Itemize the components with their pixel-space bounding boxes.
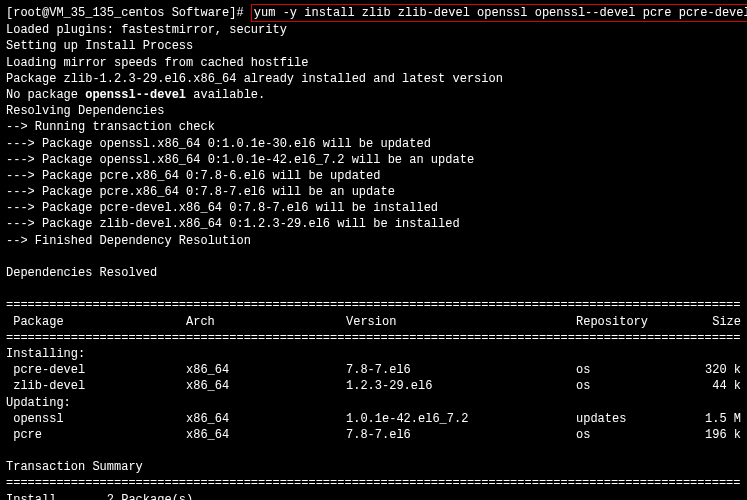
no-package-prefix: No package [6,88,85,102]
output-line: Loading mirror speeds from cached hostfi… [6,55,741,71]
cell-version: 7.8-7.el6 [346,427,576,443]
transaction-summary-title: Transaction Summary [6,459,741,475]
cell-repo: os [576,427,686,443]
dep-line: ---> Package pcre-devel.x86_64 0:7.8-7.e… [6,200,741,216]
dep-line: Dependencies Resolved [6,265,741,281]
cell-size: 44 k [686,378,741,394]
header-package: Package [6,314,186,330]
cell-arch: x86_64 [186,411,346,427]
shell-prompt: [root@VM_35_135_centos Software]# [6,6,251,20]
no-package-name: openssl--devel [85,88,186,102]
dep-line: ---> Package zlib-devel.x86_64 0:1.2.3-2… [6,216,741,232]
cell-version: 1.2.3-29.el6 [346,378,576,394]
no-package-line: No package openssl--devel available. [6,87,741,103]
cell-arch: x86_64 [186,427,346,443]
dep-line: ---> Package pcre.x86_64 0:7.8-7.el6 wil… [6,184,741,200]
output-preamble: Loaded plugins: fastestmirror, securityS… [6,22,741,87]
dep-line [6,249,741,265]
dep-line: ---> Package openssl.x86_64 0:1.0.1e-30.… [6,136,741,152]
cell-size: 1.5 M [686,411,741,427]
cell-repo: updates [576,411,686,427]
cell-size: 196 k [686,427,741,443]
cell-size: 320 k [686,362,741,378]
table-rule-top: ========================================… [6,297,741,313]
dep-line: Resolving Dependencies [6,103,741,119]
output-line: Setting up Install Process [6,38,741,54]
table-row: pcrex86_647.8-7.el6os196 k [6,427,741,443]
table-rule-bottom: ========================================… [6,475,741,491]
cell-arch: x86_64 [186,362,346,378]
terminal-prompt-line[interactable]: [root@VM_35_135_centos Software]# yum -y… [6,4,741,22]
table-row: pcre-develx86_647.8-7.el6os320 k [6,362,741,378]
cell-package: openssl [6,411,186,427]
header-repository: Repository [576,314,686,330]
blank-line [6,443,741,459]
dep-line: ---> Package openssl.x86_64 0:1.0.1e-42.… [6,152,741,168]
table-header-row: Package Arch Version Repository Size [6,314,741,330]
section-title: Updating: [6,395,741,411]
dep-line [6,281,741,297]
table-row: zlib-develx86_641.2.3-29.el6os44 k [6,378,741,394]
dep-line: ---> Package pcre.x86_64 0:7.8-6.el6 wil… [6,168,741,184]
summary-line: Install 2 Package(s) [6,492,741,500]
header-version: Version [346,314,576,330]
header-arch: Arch [186,314,346,330]
header-size: Size [686,314,741,330]
command-highlight-box: yum -y install zlib zlib-devel openssl o… [251,4,747,22]
dep-line: --> Running transaction check [6,119,741,135]
cell-repo: os [576,362,686,378]
summary-lines: Install 2 Package(s)Upgrade 2 Package(s) [6,492,741,500]
cell-package: zlib-devel [6,378,186,394]
table-row: opensslx86_641.0.1e-42.el6_7.2updates1.5… [6,411,741,427]
dep-line: --> Finished Dependency Resolution [6,233,741,249]
output-line: Loaded plugins: fastestmirror, security [6,22,741,38]
output-line: Package zlib-1.2.3-29.el6.x86_64 already… [6,71,741,87]
table-rule-mid: ========================================… [6,330,741,346]
cell-package: pcre [6,427,186,443]
no-package-suffix: available. [186,88,265,102]
dependency-resolution-block: Resolving Dependencies--> Running transa… [6,103,741,297]
cell-repo: os [576,378,686,394]
package-sections: Installing: pcre-develx86_647.8-7.el6os3… [6,346,741,443]
section-title: Installing: [6,346,741,362]
cell-version: 1.0.1e-42.el6_7.2 [346,411,576,427]
cell-version: 7.8-7.el6 [346,362,576,378]
command-text: yum -y install zlib zlib-devel openssl o… [254,6,747,20]
cell-package: pcre-devel [6,362,186,378]
cell-arch: x86_64 [186,378,346,394]
